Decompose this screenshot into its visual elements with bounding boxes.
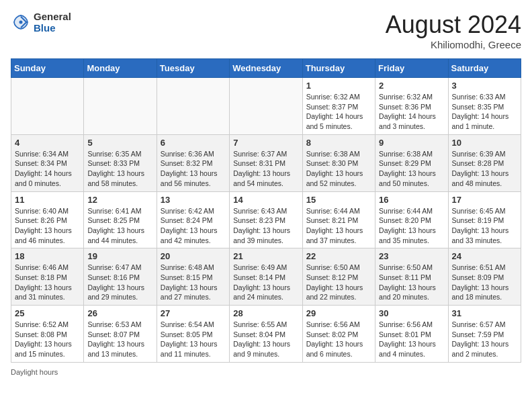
title-block: August 2024 Khiliomodhi, Greece bbox=[386, 11, 521, 50]
calendar-cell: 21Sunrise: 6:49 AM Sunset: 8:14 PM Dayli… bbox=[230, 248, 302, 306]
day-info: Sunrise: 6:38 AM Sunset: 8:29 PM Dayligh… bbox=[379, 149, 444, 189]
calendar-cell: 12Sunrise: 6:41 AM Sunset: 8:25 PM Dayli… bbox=[84, 191, 157, 248]
day-number: 5 bbox=[87, 138, 152, 148]
day-number: 1 bbox=[306, 81, 371, 91]
day-number: 26 bbox=[87, 308, 152, 318]
calendar-cell: 25Sunrise: 6:52 AM Sunset: 8:08 PM Dayli… bbox=[11, 306, 84, 363]
day-info: Sunrise: 6:55 AM Sunset: 8:04 PM Dayligh… bbox=[233, 320, 298, 359]
calendar-cell: 3Sunrise: 6:33 AM Sunset: 8:35 PM Daylig… bbox=[448, 78, 521, 135]
day-number: 12 bbox=[87, 195, 152, 205]
calendar-header-wednesday: Wednesday bbox=[230, 59, 302, 78]
calendar-cell: 24Sunrise: 6:51 AM Sunset: 8:09 PM Dayli… bbox=[448, 248, 521, 306]
page-header: General Blue August 2024 Khiliomodhi, Gr… bbox=[11, 11, 521, 50]
calendar-header-monday: Monday bbox=[84, 59, 157, 78]
day-info: Sunrise: 6:51 AM Sunset: 8:09 PM Dayligh… bbox=[452, 263, 517, 302]
day-info: Sunrise: 6:44 AM Sunset: 8:21 PM Dayligh… bbox=[306, 206, 371, 246]
day-info: Sunrise: 6:32 AM Sunset: 8:36 PM Dayligh… bbox=[379, 92, 444, 132]
day-number: 30 bbox=[379, 308, 444, 318]
calendar-location: Khiliomodhi, Greece bbox=[386, 39, 521, 50]
calendar-cell: 6Sunrise: 6:36 AM Sunset: 8:32 PM Daylig… bbox=[157, 134, 229, 191]
calendar-cell: 26Sunrise: 6:53 AM Sunset: 8:07 PM Dayli… bbox=[84, 306, 157, 363]
day-number: 6 bbox=[161, 138, 226, 148]
calendar-cell: 18Sunrise: 6:46 AM Sunset: 8:18 PM Dayli… bbox=[11, 248, 84, 306]
day-info: Sunrise: 6:41 AM Sunset: 8:25 PM Dayligh… bbox=[87, 206, 152, 246]
day-number: 10 bbox=[452, 138, 517, 148]
calendar-cell: 29Sunrise: 6:56 AM Sunset: 8:02 PM Dayli… bbox=[302, 306, 375, 363]
calendar-cell: 31Sunrise: 6:57 AM Sunset: 7:59 PM Dayli… bbox=[448, 306, 521, 363]
day-info: Sunrise: 6:36 AM Sunset: 8:32 PM Dayligh… bbox=[161, 149, 226, 189]
day-number: 31 bbox=[452, 308, 517, 318]
day-info: Sunrise: 6:45 AM Sunset: 8:19 PM Dayligh… bbox=[452, 206, 517, 246]
calendar-cell: 2Sunrise: 6:32 AM Sunset: 8:36 PM Daylig… bbox=[375, 78, 448, 135]
calendar-cell: 1Sunrise: 6:32 AM Sunset: 8:37 PM Daylig… bbox=[302, 78, 375, 135]
calendar-cell: 17Sunrise: 6:45 AM Sunset: 8:19 PM Dayli… bbox=[448, 191, 521, 248]
day-info: Sunrise: 6:44 AM Sunset: 8:20 PM Dayligh… bbox=[379, 206, 444, 246]
calendar-cell: 10Sunrise: 6:39 AM Sunset: 8:28 PM Dayli… bbox=[448, 134, 521, 191]
logo-text: General Blue bbox=[34, 11, 71, 34]
day-number: 8 bbox=[306, 138, 371, 148]
day-number: 29 bbox=[306, 308, 371, 318]
calendar-week-row: 11Sunrise: 6:40 AM Sunset: 8:26 PM Dayli… bbox=[11, 191, 521, 248]
logo-icon bbox=[11, 12, 31, 32]
day-info: Sunrise: 6:52 AM Sunset: 8:08 PM Dayligh… bbox=[15, 320, 80, 359]
day-info: Sunrise: 6:54 AM Sunset: 8:05 PM Dayligh… bbox=[161, 320, 226, 359]
day-number: 25 bbox=[15, 308, 80, 318]
calendar-cell: 14Sunrise: 6:43 AM Sunset: 8:23 PM Dayli… bbox=[230, 191, 302, 248]
day-info: Sunrise: 6:53 AM Sunset: 8:07 PM Dayligh… bbox=[87, 320, 152, 359]
calendar-header-tuesday: Tuesday bbox=[157, 59, 229, 78]
calendar-week-row: 18Sunrise: 6:46 AM Sunset: 8:18 PM Dayli… bbox=[11, 248, 521, 306]
calendar-week-row: 25Sunrise: 6:52 AM Sunset: 8:08 PM Dayli… bbox=[11, 306, 521, 363]
day-info: Sunrise: 6:47 AM Sunset: 8:16 PM Dayligh… bbox=[87, 263, 152, 302]
day-number: 20 bbox=[161, 251, 226, 261]
calendar-cell: 20Sunrise: 6:48 AM Sunset: 8:15 PM Dayli… bbox=[157, 248, 229, 306]
calendar-cell: 22Sunrise: 6:50 AM Sunset: 8:12 PM Dayli… bbox=[302, 248, 375, 306]
day-number: 18 bbox=[15, 251, 80, 261]
day-number: 17 bbox=[452, 195, 517, 205]
calendar-cell: 8Sunrise: 6:38 AM Sunset: 8:30 PM Daylig… bbox=[302, 134, 375, 191]
calendar-cell bbox=[230, 78, 302, 135]
calendar-cell: 4Sunrise: 6:34 AM Sunset: 8:34 PM Daylig… bbox=[11, 134, 84, 191]
day-number: 21 bbox=[233, 251, 298, 261]
calendar-cell: 28Sunrise: 6:55 AM Sunset: 8:04 PM Dayli… bbox=[230, 306, 302, 363]
footer-daylight: Daylight hours bbox=[11, 368, 521, 376]
calendar-cell bbox=[11, 78, 84, 135]
calendar-cell bbox=[84, 78, 157, 135]
day-number: 22 bbox=[306, 251, 371, 261]
day-number: 13 bbox=[161, 195, 226, 205]
calendar-week-row: 1Sunrise: 6:32 AM Sunset: 8:37 PM Daylig… bbox=[11, 78, 521, 135]
day-number: 4 bbox=[15, 138, 80, 148]
day-info: Sunrise: 6:48 AM Sunset: 8:15 PM Dayligh… bbox=[161, 263, 226, 302]
day-info: Sunrise: 6:39 AM Sunset: 8:28 PM Dayligh… bbox=[452, 149, 517, 189]
day-number: 2 bbox=[379, 81, 444, 91]
calendar-table: SundayMondayTuesdayWednesdayThursdayFrid… bbox=[11, 58, 521, 363]
day-info: Sunrise: 6:33 AM Sunset: 8:35 PM Dayligh… bbox=[452, 92, 517, 132]
day-info: Sunrise: 6:56 AM Sunset: 8:01 PM Dayligh… bbox=[379, 320, 444, 359]
day-info: Sunrise: 6:34 AM Sunset: 8:34 PM Dayligh… bbox=[15, 149, 80, 189]
calendar-cell: 5Sunrise: 6:35 AM Sunset: 8:33 PM Daylig… bbox=[84, 134, 157, 191]
day-number: 27 bbox=[161, 308, 226, 318]
calendar-header-thursday: Thursday bbox=[302, 59, 375, 78]
calendar-cell: 16Sunrise: 6:44 AM Sunset: 8:20 PM Dayli… bbox=[375, 191, 448, 248]
calendar-cell: 19Sunrise: 6:47 AM Sunset: 8:16 PM Dayli… bbox=[84, 248, 157, 306]
day-number: 16 bbox=[379, 195, 444, 205]
day-number: 28 bbox=[233, 308, 298, 318]
calendar-header-saturday: Saturday bbox=[448, 59, 521, 78]
calendar-header-sunday: Sunday bbox=[11, 59, 84, 78]
calendar-cell: 13Sunrise: 6:42 AM Sunset: 8:24 PM Dayli… bbox=[157, 191, 229, 248]
calendar-cell: 11Sunrise: 6:40 AM Sunset: 8:26 PM Dayli… bbox=[11, 191, 84, 248]
day-info: Sunrise: 6:50 AM Sunset: 8:11 PM Dayligh… bbox=[379, 263, 444, 302]
day-info: Sunrise: 6:35 AM Sunset: 8:33 PM Dayligh… bbox=[87, 149, 152, 189]
day-number: 24 bbox=[452, 251, 517, 261]
calendar-cell bbox=[157, 78, 229, 135]
calendar-cell: 27Sunrise: 6:54 AM Sunset: 8:05 PM Dayli… bbox=[157, 306, 229, 363]
day-info: Sunrise: 6:32 AM Sunset: 8:37 PM Dayligh… bbox=[306, 92, 371, 132]
logo-general: General bbox=[34, 11, 71, 22]
day-info: Sunrise: 6:57 AM Sunset: 7:59 PM Dayligh… bbox=[452, 320, 517, 359]
calendar-header-friday: Friday bbox=[375, 59, 448, 78]
day-number: 11 bbox=[15, 195, 80, 205]
day-info: Sunrise: 6:40 AM Sunset: 8:26 PM Dayligh… bbox=[15, 206, 80, 246]
day-info: Sunrise: 6:37 AM Sunset: 8:31 PM Dayligh… bbox=[233, 149, 298, 189]
day-number: 7 bbox=[233, 138, 298, 148]
calendar-cell: 15Sunrise: 6:44 AM Sunset: 8:21 PM Dayli… bbox=[302, 191, 375, 248]
day-info: Sunrise: 6:43 AM Sunset: 8:23 PM Dayligh… bbox=[233, 206, 298, 246]
